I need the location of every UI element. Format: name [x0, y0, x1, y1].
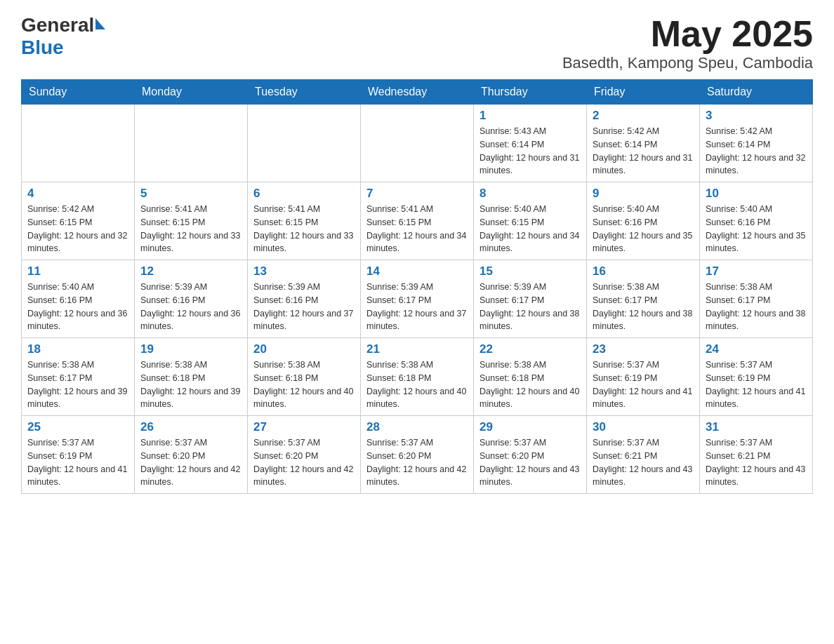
- day-info: Sunrise: 5:37 AM Sunset: 6:19 PM Dayligh…: [706, 360, 805, 409]
- logo: General Blue: [21, 14, 105, 59]
- page-header: General Blue May 2025 Basedth, Kampong S…: [21, 14, 813, 72]
- month-title: May 2025: [562, 14, 813, 54]
- day-cell-13: 13Sunrise: 5:39 AM Sunset: 6:16 PM Dayli…: [248, 260, 361, 338]
- logo-triangle-icon: [95, 18, 105, 29]
- day-cell-22: 22Sunrise: 5:38 AM Sunset: 6:18 PM Dayli…: [474, 338, 587, 416]
- day-cell-2: 2Sunrise: 5:42 AM Sunset: 6:14 PM Daylig…: [587, 105, 700, 182]
- day-cell-23: 23Sunrise: 5:37 AM Sunset: 6:19 PM Dayli…: [587, 338, 700, 416]
- day-number: 3: [706, 109, 807, 123]
- day-info: Sunrise: 5:37 AM Sunset: 6:21 PM Dayligh…: [593, 438, 692, 487]
- day-info: Sunrise: 5:37 AM Sunset: 6:20 PM Dayligh…: [253, 438, 353, 487]
- day-info: Sunrise: 5:37 AM Sunset: 6:19 PM Dayligh…: [27, 438, 127, 487]
- day-info: Sunrise: 5:38 AM Sunset: 6:17 PM Dayligh…: [27, 360, 127, 409]
- day-info: Sunrise: 5:37 AM Sunset: 6:21 PM Dayligh…: [706, 438, 805, 487]
- day-number: 18: [27, 342, 128, 356]
- day-info: Sunrise: 5:38 AM Sunset: 6:18 PM Dayligh…: [140, 360, 240, 409]
- day-info: Sunrise: 5:38 AM Sunset: 6:17 PM Dayligh…: [706, 282, 805, 331]
- day-cell-28: 28Sunrise: 5:37 AM Sunset: 6:20 PM Dayli…: [361, 416, 474, 494]
- day-info: Sunrise: 5:41 AM Sunset: 6:15 PM Dayligh…: [366, 204, 466, 253]
- weekday-header-wednesday: Wednesday: [361, 80, 474, 105]
- day-number: 29: [479, 420, 581, 434]
- day-cell-8: 8Sunrise: 5:40 AM Sunset: 6:15 PM Daylig…: [474, 182, 587, 260]
- day-number: 17: [706, 264, 807, 279]
- day-cell-25: 25Sunrise: 5:37 AM Sunset: 6:19 PM Dayli…: [22, 416, 135, 494]
- day-cell-21: 21Sunrise: 5:38 AM Sunset: 6:18 PM Dayli…: [361, 338, 474, 416]
- day-cell-19: 19Sunrise: 5:38 AM Sunset: 6:18 PM Dayli…: [135, 338, 248, 416]
- day-info: Sunrise: 5:41 AM Sunset: 6:15 PM Dayligh…: [140, 204, 240, 253]
- day-info: Sunrise: 5:43 AM Sunset: 6:14 PM Dayligh…: [479, 126, 579, 175]
- day-number: 8: [479, 187, 581, 201]
- day-cell-17: 17Sunrise: 5:38 AM Sunset: 6:17 PM Dayli…: [700, 260, 813, 338]
- day-number: 4: [27, 187, 128, 201]
- day-number: 28: [366, 420, 468, 434]
- day-number: 27: [253, 420, 355, 434]
- week-row-4: 18Sunrise: 5:38 AM Sunset: 6:17 PM Dayli…: [22, 338, 813, 416]
- empty-cell: [361, 105, 474, 182]
- day-cell-16: 16Sunrise: 5:38 AM Sunset: 6:17 PM Dayli…: [587, 260, 700, 338]
- day-number: 25: [27, 420, 128, 434]
- day-cell-10: 10Sunrise: 5:40 AM Sunset: 6:16 PM Dayli…: [700, 182, 813, 260]
- week-row-3: 11Sunrise: 5:40 AM Sunset: 6:16 PM Dayli…: [22, 260, 813, 338]
- day-number: 20: [253, 342, 355, 356]
- weekday-header-friday: Friday: [587, 80, 700, 105]
- day-cell-1: 1Sunrise: 5:43 AM Sunset: 6:14 PM Daylig…: [474, 105, 587, 182]
- day-info: Sunrise: 5:38 AM Sunset: 6:18 PM Dayligh…: [366, 360, 466, 409]
- weekday-header-thursday: Thursday: [474, 80, 587, 105]
- day-cell-20: 20Sunrise: 5:38 AM Sunset: 6:18 PM Dayli…: [248, 338, 361, 416]
- empty-cell: [135, 105, 248, 182]
- day-info: Sunrise: 5:39 AM Sunset: 6:16 PM Dayligh…: [140, 282, 240, 331]
- day-number: 10: [706, 187, 807, 201]
- day-cell-6: 6Sunrise: 5:41 AM Sunset: 6:15 PM Daylig…: [248, 182, 361, 260]
- day-info: Sunrise: 5:37 AM Sunset: 6:20 PM Dayligh…: [366, 438, 466, 487]
- day-info: Sunrise: 5:40 AM Sunset: 6:16 PM Dayligh…: [593, 204, 692, 253]
- day-info: Sunrise: 5:39 AM Sunset: 6:16 PM Dayligh…: [253, 282, 353, 331]
- day-number: 26: [140, 420, 241, 434]
- day-number: 6: [253, 187, 355, 201]
- day-cell-3: 3Sunrise: 5:42 AM Sunset: 6:14 PM Daylig…: [700, 105, 813, 182]
- day-cell-30: 30Sunrise: 5:37 AM Sunset: 6:21 PM Dayli…: [587, 416, 700, 494]
- day-number: 2: [593, 109, 694, 123]
- day-info: Sunrise: 5:40 AM Sunset: 6:16 PM Dayligh…: [27, 282, 127, 331]
- day-number: 15: [479, 264, 581, 279]
- day-info: Sunrise: 5:37 AM Sunset: 6:20 PM Dayligh…: [479, 438, 579, 487]
- week-row-1: 1Sunrise: 5:43 AM Sunset: 6:14 PM Daylig…: [22, 105, 813, 182]
- day-cell-7: 7Sunrise: 5:41 AM Sunset: 6:15 PM Daylig…: [361, 182, 474, 260]
- day-number: 19: [140, 342, 241, 356]
- day-info: Sunrise: 5:42 AM Sunset: 6:14 PM Dayligh…: [706, 126, 805, 175]
- day-number: 30: [593, 420, 694, 434]
- week-row-2: 4Sunrise: 5:42 AM Sunset: 6:15 PM Daylig…: [22, 182, 813, 260]
- day-info: Sunrise: 5:40 AM Sunset: 6:15 PM Dayligh…: [479, 204, 579, 253]
- day-info: Sunrise: 5:38 AM Sunset: 6:18 PM Dayligh…: [479, 360, 579, 409]
- day-cell-18: 18Sunrise: 5:38 AM Sunset: 6:17 PM Dayli…: [22, 338, 135, 416]
- day-number: 5: [140, 187, 241, 201]
- weekday-header-sunday: Sunday: [22, 80, 135, 105]
- day-info: Sunrise: 5:42 AM Sunset: 6:15 PM Dayligh…: [27, 204, 127, 253]
- day-cell-11: 11Sunrise: 5:40 AM Sunset: 6:16 PM Dayli…: [22, 260, 135, 338]
- day-number: 11: [27, 264, 128, 279]
- logo-blue: Blue: [21, 36, 64, 59]
- day-cell-24: 24Sunrise: 5:37 AM Sunset: 6:19 PM Dayli…: [700, 338, 813, 416]
- day-info: Sunrise: 5:40 AM Sunset: 6:16 PM Dayligh…: [706, 204, 805, 253]
- day-cell-27: 27Sunrise: 5:37 AM Sunset: 6:20 PM Dayli…: [248, 416, 361, 494]
- day-cell-14: 14Sunrise: 5:39 AM Sunset: 6:17 PM Dayli…: [361, 260, 474, 338]
- weekday-header-monday: Monday: [135, 80, 248, 105]
- logo-general: General: [21, 14, 94, 36]
- day-info: Sunrise: 5:39 AM Sunset: 6:17 PM Dayligh…: [479, 282, 579, 331]
- day-info: Sunrise: 5:37 AM Sunset: 6:20 PM Dayligh…: [140, 438, 240, 487]
- day-cell-4: 4Sunrise: 5:42 AM Sunset: 6:15 PM Daylig…: [22, 182, 135, 260]
- day-number: 1: [479, 109, 581, 123]
- weekday-header-tuesday: Tuesday: [248, 80, 361, 105]
- day-info: Sunrise: 5:39 AM Sunset: 6:17 PM Dayligh…: [366, 282, 466, 331]
- day-number: 13: [253, 264, 355, 279]
- day-info: Sunrise: 5:38 AM Sunset: 6:18 PM Dayligh…: [253, 360, 353, 409]
- location-title: Basedth, Kampong Speu, Cambodia: [562, 54, 813, 72]
- day-number: 9: [593, 187, 694, 201]
- day-cell-12: 12Sunrise: 5:39 AM Sunset: 6:16 PM Dayli…: [135, 260, 248, 338]
- day-cell-26: 26Sunrise: 5:37 AM Sunset: 6:20 PM Dayli…: [135, 416, 248, 494]
- week-row-5: 25Sunrise: 5:37 AM Sunset: 6:19 PM Dayli…: [22, 416, 813, 494]
- day-info: Sunrise: 5:41 AM Sunset: 6:15 PM Dayligh…: [253, 204, 353, 253]
- calendar-header-row: SundayMondayTuesdayWednesdayThursdayFrid…: [22, 80, 813, 105]
- day-info: Sunrise: 5:38 AM Sunset: 6:17 PM Dayligh…: [593, 282, 692, 331]
- day-cell-29: 29Sunrise: 5:37 AM Sunset: 6:20 PM Dayli…: [474, 416, 587, 494]
- day-number: 16: [593, 264, 694, 279]
